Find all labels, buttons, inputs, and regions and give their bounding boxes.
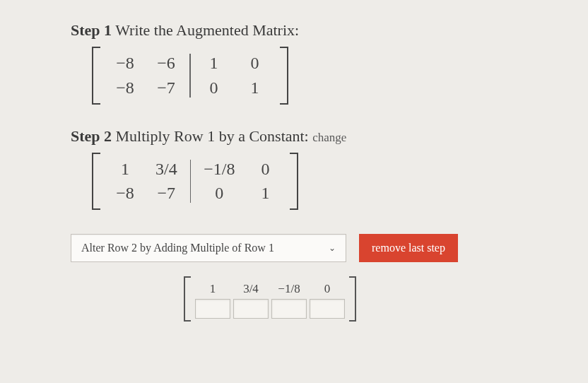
- input-matrix-row-1: 1 3/4 −1/8 0: [195, 279, 345, 299]
- matrix-cell: 0: [199, 181, 240, 206]
- input-cell-static: 0: [310, 279, 345, 299]
- matrix-cell: −8: [105, 181, 146, 206]
- input-cell-static: 1: [195, 279, 230, 299]
- step-2-title: Multiply Row 1 by a Constant:: [116, 127, 309, 145]
- step-1-block: Step 1 Write the Augmented Matrix: −8 −8…: [71, 21, 517, 107]
- matrix-cell: 3/4: [146, 157, 187, 182]
- step-2-label: Step 2: [71, 127, 112, 145]
- input-cell[interactable]: [195, 299, 230, 319]
- matrix-cell: 0: [235, 51, 276, 76]
- change-link[interactable]: change: [312, 131, 346, 144]
- dropdown-value: Alter Row 2 by Adding Multiple of Row 1: [81, 242, 274, 254]
- operation-dropdown[interactable]: Alter Row 2 by Adding Multiple of Row 1 …: [71, 234, 346, 262]
- matrix-cell: −8: [105, 76, 146, 100]
- matrix-cell: −8: [105, 51, 146, 76]
- chevron-down-icon: ⌄: [329, 243, 336, 254]
- step-2-header: Step 2 Multiply Row 1 by a Constant: cha…: [71, 127, 517, 146]
- step-1-matrix: −8 −8 −6 −7 1 0 0 1: [92, 47, 288, 105]
- matrix-bracket-left: [184, 276, 192, 322]
- input-cell[interactable]: [233, 299, 269, 319]
- input-cell[interactable]: [271, 299, 307, 319]
- matrix-cell: 1: [235, 76, 276, 100]
- input-cell[interactable]: [310, 299, 345, 319]
- matrix-body: 1 −8 3/4 −7 −1/8 0 0 1: [102, 153, 288, 211]
- matrix-bracket-left: [92, 47, 102, 105]
- matrix-body: −8 −8 −6 −7 1 0 0 1: [102, 47, 278, 105]
- augment-separator: [189, 54, 191, 98]
- step-1-title: Write the Augmented Matrix:: [115, 21, 299, 39]
- input-matrix-row-2: [195, 299, 345, 319]
- controls-row: Alter Row 2 by Adding Multiple of Row 1 …: [71, 234, 517, 262]
- step-2-matrix: 1 −8 3/4 −7 −1/8 0 0 1: [92, 153, 298, 211]
- input-matrix: 1 3/4 −1/8 0: [184, 276, 356, 322]
- matrix-bracket-right: [278, 47, 288, 105]
- matrix-bracket-right: [348, 276, 356, 322]
- matrix-cell: 0: [245, 157, 286, 182]
- matrix-bracket-right: [288, 153, 298, 211]
- input-cell-static: −1/8: [271, 279, 307, 299]
- matrix-cell: −7: [146, 76, 187, 100]
- matrix-cell: −6: [146, 51, 187, 76]
- matrix-cell: 0: [194, 76, 235, 100]
- matrix-cell: 1: [194, 51, 235, 76]
- step-1-header: Step 1 Write the Augmented Matrix:: [71, 21, 517, 40]
- matrix-cell: −7: [146, 181, 187, 206]
- matrix-cell: 1: [105, 157, 146, 182]
- matrix-cell: 1: [245, 181, 286, 206]
- matrix-cell: −1/8: [194, 157, 245, 182]
- remove-last-step-button[interactable]: remove last step: [359, 234, 458, 262]
- matrix-bracket-left: [92, 153, 102, 211]
- step-1-label: Step 1: [71, 21, 112, 39]
- input-cell-static: 3/4: [233, 279, 269, 299]
- step-2-block: Step 2 Multiply Row 1 by a Constant: cha…: [71, 127, 517, 213]
- input-matrix-body: 1 3/4 −1/8 0: [192, 276, 348, 322]
- augment-separator: [190, 160, 192, 204]
